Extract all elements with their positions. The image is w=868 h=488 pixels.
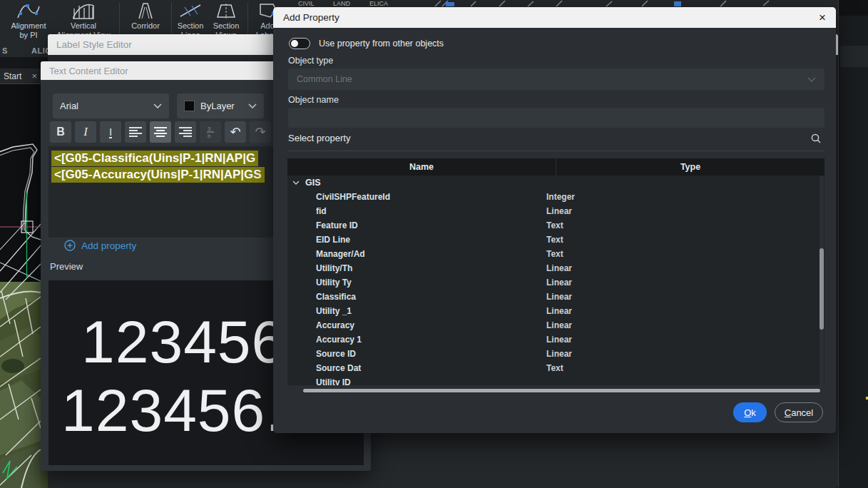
undo-button[interactable]: ↶ — [225, 121, 246, 143]
section-lines-icon — [178, 1, 203, 20]
property-name: Utility ID — [287, 377, 537, 385]
object-name-input[interactable] — [288, 108, 824, 128]
column-header-name[interactable]: Name — [287, 158, 556, 176]
right-panel-band — [840, 46, 868, 67]
cancel-button[interactable]: Cancel — [775, 402, 823, 422]
property-type: Text — [537, 249, 563, 259]
use-property-toggle[interactable] — [289, 38, 310, 49]
object-type-dropdown[interactable]: Common Line — [288, 68, 824, 90]
table-row[interactable]: Utility ID — [287, 375, 824, 385]
property-name: Accuracy — [287, 320, 537, 330]
right-panel-top — [839, 0, 868, 16]
corridor-icon — [133, 1, 158, 20]
underline-button[interactable]: I — [100, 121, 121, 143]
chevron-down-icon[interactable] — [292, 181, 300, 185]
color-swatch — [184, 101, 195, 111]
tool-label: Alignment — [11, 21, 46, 30]
bold-button[interactable]: B — [50, 121, 71, 143]
undo-icon: ↶ — [230, 126, 240, 138]
table-row[interactable]: Feature IDText — [287, 218, 824, 233]
tool-label: Section — [213, 21, 240, 30]
table-row[interactable]: AccuracyLinear — [287, 318, 824, 332]
align-center-button[interactable] — [150, 121, 171, 143]
tool-label: Corridor — [131, 21, 160, 30]
tool-label: Vertical — [71, 21, 96, 30]
table-row[interactable]: CivilSHPFeatureIdInteger — [287, 190, 824, 204]
table-row[interactable]: ClassificaLinear — [287, 290, 824, 304]
property-name: Manager/Ad — [287, 249, 537, 259]
chevron-down-icon — [807, 77, 816, 82]
column-header-type[interactable]: Type — [556, 158, 824, 176]
table-row[interactable]: Utility/ThLinear — [287, 261, 824, 275]
chevron-down-icon — [153, 103, 162, 108]
tool-label: Section — [178, 21, 204, 30]
color-select[interactable]: ByLayer — [177, 93, 264, 118]
table-row[interactable]: Utility TyLinear — [287, 275, 824, 290]
property-name: Accuracy 1 — [287, 335, 537, 345]
dialog-title: Add Property — [283, 12, 339, 23]
property-name: Classifica — [287, 292, 537, 302]
ribbon-panel-label-left: S — [2, 46, 8, 55]
table-row[interactable]: fidLinear — [287, 204, 824, 218]
preview-number: 123456. — [81, 312, 303, 372]
table-row[interactable]: Accuracy 1Linear — [287, 332, 824, 347]
property-type: Linear — [537, 278, 572, 288]
preview-label: Preview — [50, 261, 83, 272]
align-left-icon — [129, 127, 142, 137]
vertical-scrollbar[interactable] — [820, 176, 824, 387]
table-row[interactable]: EID LineText — [287, 233, 824, 247]
redo-icon: ↷ — [255, 126, 265, 138]
align-left-button[interactable] — [125, 121, 146, 143]
table-row[interactable]: Manager/AdText — [287, 247, 824, 261]
section-views-icon — [213, 1, 239, 20]
property-name: Utility _1 — [287, 306, 537, 316]
label-expression-line: <[G05-Classifica(Uins|P-1|RN|AP|G — [51, 151, 258, 166]
dialog-titlebar[interactable]: Add Property × — [273, 7, 836, 28]
property-name: Utility Ty — [287, 278, 537, 288]
font-select[interactable]: Arial — [53, 93, 169, 118]
svg-text:b: b — [208, 133, 211, 138]
property-type: Linear — [537, 320, 572, 330]
table-row[interactable]: Source IDLinear — [287, 347, 824, 361]
table-row[interactable]: Utility _1Linear — [287, 304, 824, 318]
toggle-label: Use property from other objects — [319, 39, 444, 49]
ok-button[interactable]: Ok — [733, 402, 767, 422]
select-property-label: Select property — [288, 133, 350, 143]
underline-icon: I — [109, 126, 112, 138]
vertical-alignment-view-icon — [71, 1, 96, 20]
tool-label: Add — [260, 21, 275, 30]
close-icon[interactable]: × — [819, 11, 826, 25]
add-property-link[interactable]: Add property — [64, 240, 136, 251]
tree-group-gis[interactable]: GIS — [287, 176, 824, 190]
redo-button[interactable]: ↷ — [250, 121, 271, 143]
toggle-knob — [291, 40, 298, 47]
drawing-tab-label: Start — [4, 71, 21, 81]
property-name: EID Line — [287, 235, 537, 245]
tree-group-label: GIS — [305, 178, 321, 188]
property-name: Utility/Th — [287, 263, 537, 273]
stack-fraction-button[interactable]: 3b — [200, 121, 221, 143]
property-type: Integer — [537, 192, 575, 202]
table-row[interactable]: Source DatText — [287, 361, 824, 375]
toggle-row: Use property from other objects — [289, 38, 444, 49]
tool-corridor[interactable]: Corridor — [117, 1, 174, 31]
cancel-button-label: Cancel — [785, 407, 813, 418]
chevron-down-icon — [248, 103, 257, 108]
align-right-button[interactable] — [175, 121, 196, 143]
property-name: Feature ID — [287, 220, 537, 230]
object-name-label: Object name — [288, 95, 339, 105]
toolbar-icon-fragments — [428, 0, 827, 7]
italic-button[interactable]: I — [75, 121, 96, 143]
vertical-scrollbar-thumb[interactable] — [820, 248, 824, 330]
search-icon[interactable] — [810, 133, 822, 144]
object-type-value: Common Line — [297, 74, 352, 84]
property-type: Text — [537, 363, 563, 373]
alignment-by-pi-icon — [16, 1, 41, 20]
font-select-value: Arial — [60, 101, 78, 111]
plus-circle-icon — [64, 240, 76, 251]
application-window: Alignment by PI Vertical Alignment View … — [0, 0, 868, 488]
close-icon[interactable]: × — [31, 71, 37, 81]
bold-icon: B — [56, 126, 65, 138]
drawing-tab-start[interactable]: Start × — [0, 68, 41, 84]
horizontal-scrollbar-thumb[interactable] — [303, 389, 820, 392]
